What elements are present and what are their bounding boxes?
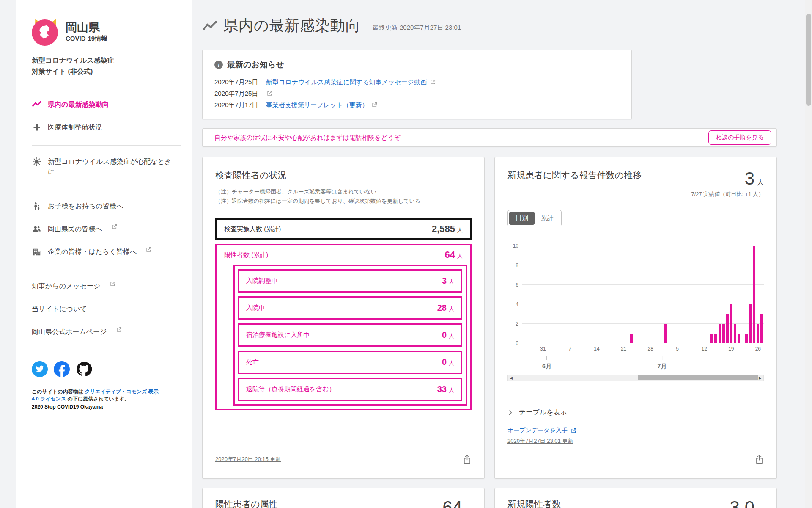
- card-value: 64人: [442, 499, 472, 508]
- page-title: 県内の最新感染動向: [223, 16, 361, 36]
- chevron-right-icon: [508, 410, 513, 416]
- bar-7/19: [730, 304, 732, 343]
- sidebar-item-residents[interactable]: 岡山県民の皆様へ: [32, 224, 181, 234]
- new-patients-chart-card: 新規患者に関する報告件数の推移 3人 7/27 実績値（前日比: +1 人） 日…: [494, 157, 777, 479]
- scrollbar-thumb[interactable]: [638, 375, 758, 380]
- x-tick-label: 21: [621, 346, 626, 352]
- sidebar-item-official-homepage[interactable]: 岡山県公式ホームページ: [32, 327, 181, 337]
- open-data-link[interactable]: オープンデータを入手: [508, 427, 576, 434]
- site-logo[interactable]: 岡山県 COVID-19情報: [32, 18, 181, 46]
- sidebar-item-about-site[interactable]: 当サイトについて: [32, 304, 181, 314]
- updated-link[interactable]: 2020年7月27日 23:01 更新: [508, 437, 573, 445]
- sidebar-item-if-worried[interactable]: 新型コロナウイルス感染症が心配なときに: [32, 157, 176, 177]
- tested-total-value: 2,585: [432, 224, 455, 234]
- card-title: 新規患者に関する報告件数の推移: [508, 170, 691, 198]
- bar-7/20: [734, 324, 736, 343]
- sidebar: 岡山県 COVID-19情報 新型コロナウイルス感染症 対策サイト (非公式) …: [16, 0, 192, 508]
- patient-attributes-card: 陽性患者の属性 64人: [202, 488, 485, 508]
- external-link-icon: [112, 224, 117, 229]
- twitter-icon[interactable]: [32, 361, 48, 377]
- y-tick-label: 10: [508, 243, 518, 249]
- logo-title: 岡山県: [66, 21, 107, 34]
- bar-7/18: [726, 314, 729, 343]
- x-tick-label: 28: [647, 346, 653, 352]
- card-title: 検査陽性者の状況: [215, 170, 472, 180]
- news-title: 最新のお知らせ: [227, 59, 284, 70]
- bar-7/17: [722, 324, 725, 343]
- news-link[interactable]: [266, 88, 272, 99]
- consultation-steps-button[interactable]: 相談の手順を見る: [708, 130, 771, 145]
- x-tick-label: 31: [540, 346, 546, 352]
- sidebar-item-governor-message[interactable]: 知事からのメッセージ: [32, 281, 181, 291]
- x-tick-label: 19: [728, 346, 734, 352]
- parent-child-icon: [32, 201, 42, 211]
- external-link-icon: [267, 91, 272, 96]
- chart-month-labels: 6月7月: [522, 356, 764, 373]
- bar-7/15: [714, 334, 717, 343]
- bar-7/25: [753, 246, 755, 343]
- medical-plus-icon: [32, 122, 42, 133]
- x-tick-label: 12: [702, 346, 707, 352]
- bar-chart: 0246810: [522, 246, 764, 343]
- toggle-daily[interactable]: 日別: [509, 212, 535, 225]
- news-date: 2020年7月17日: [214, 99, 266, 110]
- y-tick-label: 4: [508, 301, 518, 307]
- site-name: 新型コロナウイルス感染症 対策サイト (非公式): [32, 55, 181, 77]
- positive-status-card: 検査陽性者の状況 （注）チャーター機帰国者、クルーズ船乗客等は含まれていない （…: [202, 157, 485, 479]
- lodging-facility-box: 宿泊療養施設に入所中 0人: [238, 323, 462, 347]
- positive-total-value: 64: [445, 249, 455, 260]
- copyright: 2020 Stop COVID19 Okayama: [32, 404, 181, 410]
- updated-link[interactable]: 2020年7月20日 20:15 更新: [215, 456, 281, 463]
- gridline: [522, 304, 764, 304]
- news-link[interactable]: 新型コロナウイルス感染症に関する知事メッセージ動画: [266, 76, 436, 88]
- external-link-icon: [571, 428, 576, 433]
- bar-7/16: [719, 324, 721, 343]
- show-table-toggle[interactable]: テーブルを表示: [508, 408, 764, 417]
- scroll-right-arrow[interactable]: ▶: [759, 375, 762, 381]
- news-date: 2020年7月25日: [214, 88, 266, 99]
- scroll-left-arrow[interactable]: ◀: [510, 375, 513, 381]
- building-icon: [32, 247, 42, 257]
- y-tick-label: 8: [508, 262, 518, 268]
- gridline: [522, 265, 764, 265]
- bar-7/2: [664, 324, 667, 343]
- sidebar-item-families-with-children[interactable]: お子様をお持ちの皆様へ: [32, 201, 181, 211]
- news-date: 2020年7月25日: [214, 76, 266, 88]
- news-item: 2020年7月25日 新型コロナウイルス感染症に関する知事メッセージ動画: [214, 76, 620, 88]
- new-positives-card: 新規陽性者数 3.0人: [494, 488, 777, 508]
- toggle-cumulative[interactable]: 累計: [535, 212, 560, 225]
- github-icon[interactable]: [76, 361, 92, 377]
- x-tick-label: 26: [755, 346, 761, 352]
- card-title: 新規陽性者数: [508, 499, 730, 508]
- last-update: 最終更新 2020年7月27日 23:01: [373, 19, 461, 32]
- social-links: [32, 361, 181, 377]
- external-link-icon: [116, 327, 122, 332]
- news-link[interactable]: 事業者支援策リーフレット（更新）: [266, 99, 377, 110]
- discharged-box: 退院等（療養期間経過を含む） 33人: [238, 378, 462, 401]
- info-icon: i: [214, 61, 223, 69]
- sidebar-item-companies-workers[interactable]: 企業の皆様・はたらく皆様へ: [32, 247, 181, 257]
- external-link-icon: [146, 247, 151, 252]
- bar-7/27: [760, 314, 763, 343]
- page-scrollbar-thumb[interactable]: [806, 14, 811, 106]
- consultation-text: 自分や家族の症状に不安や心配があればまずは電話相談をどうぞ: [214, 134, 401, 142]
- latest-value-caption: 7/27 実績値（前日比: +1 人）: [691, 190, 764, 198]
- logo-subtitle: COVID-19情報: [66, 35, 107, 43]
- external-link-icon: [372, 102, 377, 108]
- y-tick-label: 0: [508, 340, 518, 346]
- sidebar-item-medical-system[interactable]: 医療体制整備状況: [32, 122, 181, 133]
- card-value: 3.0人: [730, 499, 764, 508]
- gridline: [522, 284, 764, 285]
- bar-7/14: [710, 334, 713, 343]
- divider: [32, 145, 181, 146]
- news-item: 2020年7月17日 事業者支援策リーフレット（更新）: [214, 99, 620, 110]
- sidebar-item-latest-trends[interactable]: 県内の最新感染動向: [32, 99, 181, 110]
- facebook-icon[interactable]: [54, 361, 70, 377]
- consultation-banner: 自分や家族の症状に不安や心配があればまずは電話相談をどうぞ 相談の手順を見る: [202, 128, 777, 147]
- bar-7/23: [745, 334, 748, 343]
- news-item: 2020年7月25日: [214, 88, 620, 99]
- trend-chart-icon: [32, 99, 42, 110]
- people-icon: [32, 224, 42, 234]
- share-icon[interactable]: [755, 454, 764, 464]
- share-icon[interactable]: [463, 454, 472, 464]
